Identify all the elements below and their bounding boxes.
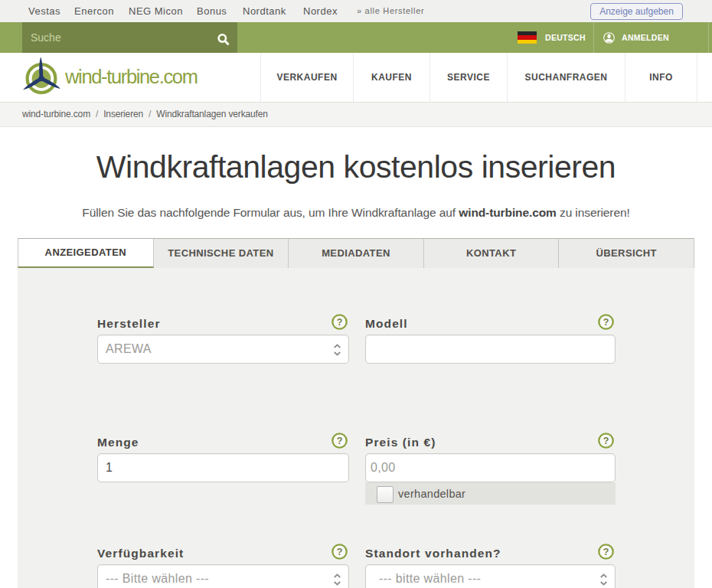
svg-text:?: ?: [337, 436, 343, 446]
svg-text:?: ?: [603, 436, 609, 446]
svg-text:?: ?: [337, 547, 343, 557]
svg-text:?: ?: [337, 317, 343, 328]
svg-text:?: ?: [603, 317, 609, 328]
svg-text:?: ?: [603, 547, 609, 557]
